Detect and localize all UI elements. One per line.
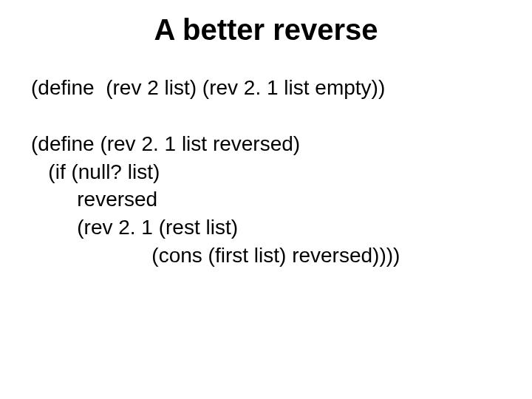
code-line: (rev 2. 1 (rest list) <box>31 214 504 242</box>
code-line: (if (null? list) <box>31 158 504 186</box>
code-line: (define (rev 2 list) (rev 2. 1 list empt… <box>31 74 504 102</box>
blank-line <box>31 102 504 130</box>
code-line: (cons (first list) reversed)))) <box>31 242 504 270</box>
code-line: (define (rev 2. 1 list reversed) <box>31 130 504 158</box>
code-line: reversed <box>31 185 504 214</box>
slide: A better reverse (define (rev 2 list) (r… <box>0 0 532 399</box>
code-block: (define (rev 2 list) (rev 2. 1 list empt… <box>31 74 504 270</box>
slide-title: A better reverse <box>0 13 532 47</box>
